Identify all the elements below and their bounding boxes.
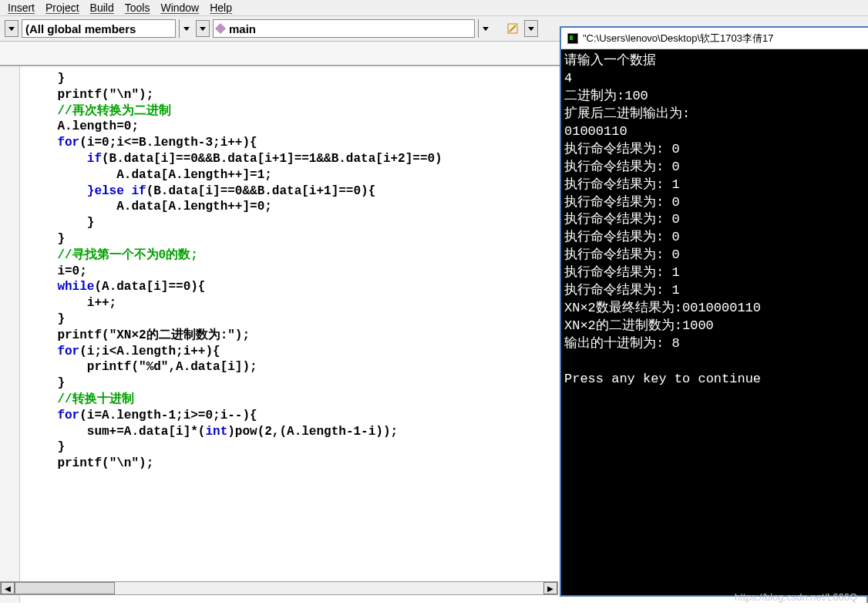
- menu-bar: Insert Project Build Tools Window Help: [0, 0, 868, 16]
- scroll-track[interactable]: [15, 582, 543, 594]
- menu-build[interactable]: Build: [90, 2, 114, 14]
- dropdown-small-1[interactable]: [5, 20, 19, 37]
- menu-window[interactable]: Window: [160, 2, 199, 14]
- console-line: 扩展后二进制输出为:: [564, 106, 690, 121]
- scope-dropdown[interactable]: (All global members: [22, 19, 176, 38]
- console-output[interactable]: 请输入一个数据 4 二进制为:100 扩展后二进制输出为: 01000110 执…: [561, 49, 868, 595]
- menu-project[interactable]: Project: [45, 2, 79, 14]
- menu-help[interactable]: Help: [210, 2, 232, 14]
- console-line: 执行命令结果为: 0: [564, 142, 680, 156]
- horizontal-scrollbar[interactable]: ◄ ►: [0, 581, 558, 595]
- wand-dropdown[interactable]: [524, 20, 538, 37]
- menu-insert[interactable]: Insert: [8, 2, 35, 14]
- console-line: 执行命令结果为: 0: [564, 212, 680, 227]
- console-titlebar[interactable]: "C:\Users\lenovo\Desktop\软工1703李倩17: [561, 28, 868, 49]
- symbol-dropdown[interactable]: main: [213, 19, 475, 38]
- svg-line-1: [510, 25, 516, 32]
- console-line: 执行命令结果为: 0: [564, 160, 680, 174]
- scroll-thumb[interactable]: [15, 582, 115, 594]
- symbol-dropdown-label: main: [229, 22, 256, 35]
- console-line: 01000110: [564, 124, 627, 139]
- wand-icon[interactable]: [504, 20, 521, 37]
- scope-dropdown-arrow[interactable]: [179, 19, 193, 38]
- console-line: 执行命令结果为: 0: [564, 247, 680, 262]
- symbol-dropdown-arrow[interactable]: [478, 19, 492, 38]
- console-line: Press any key to continue: [564, 372, 761, 386]
- console-line: XN×2数最终结果为:0010000110: [564, 301, 761, 315]
- scope-dropdown-label: (All global members: [25, 22, 136, 35]
- console-title-text: "C:\Users\lenovo\Desktop\软工1703李倩17: [583, 32, 773, 45]
- scroll-left-arrow-icon[interactable]: ◄: [1, 582, 15, 594]
- console-line: 二进制为:100: [564, 89, 648, 103]
- diamond-icon: [215, 23, 226, 34]
- dropdown-small-2[interactable]: [196, 20, 210, 37]
- console-line: 执行命令结果为: 1: [564, 265, 680, 280]
- menu-tools[interactable]: Tools: [125, 2, 150, 14]
- console-line: 执行命令结果为: 0: [564, 195, 680, 210]
- left-gutter: [0, 66, 20, 603]
- console-app-icon: [567, 33, 578, 44]
- console-line: 执行命令结果为: 1: [564, 283, 680, 298]
- console-line: 请输入一个数据: [564, 53, 656, 68]
- console-line: 4: [564, 71, 572, 86]
- console-window: "C:\Users\lenovo\Desktop\软工1703李倩17 请输入一…: [560, 26, 868, 597]
- console-line: XN×2的二进制数为:1000: [564, 318, 714, 333]
- console-line: 执行命令结果为: 0: [564, 230, 680, 244]
- console-line: 执行命令结果为: 1: [564, 177, 680, 192]
- scroll-right-arrow-icon[interactable]: ►: [543, 582, 557, 594]
- watermark-text: https://blog.csdn.net/L666Q: [735, 591, 857, 603]
- console-line: 输出的十进制为: 8: [564, 336, 680, 351]
